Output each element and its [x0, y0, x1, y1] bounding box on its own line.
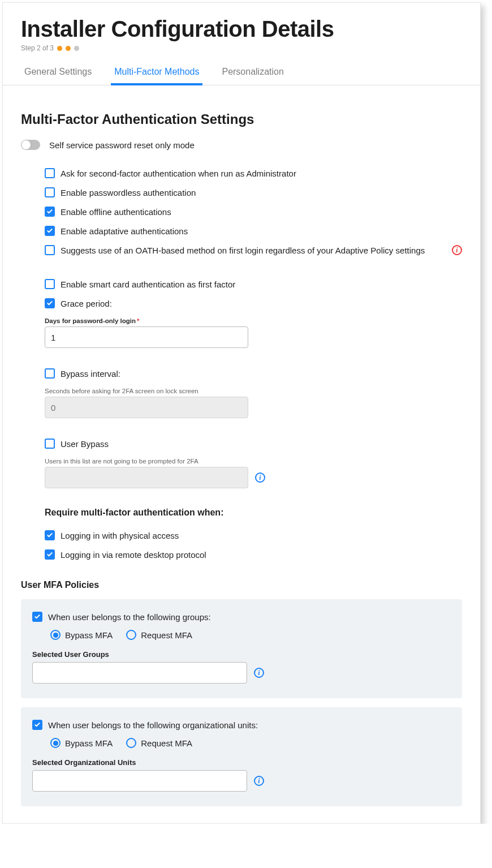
user-bypass-help: Users in this list are not going to be p…	[45, 458, 462, 465]
grace-days-input[interactable]	[45, 326, 248, 348]
checkbox-offline[interactable]	[45, 207, 55, 217]
checkmark-icon	[46, 208, 53, 215]
checkbox-oath-suggest[interactable]	[45, 245, 55, 255]
sspr-only-label: Self service password reset only mode	[49, 140, 195, 150]
label-smartcard: Enable smart card authentication as firs…	[61, 280, 235, 289]
selected-ous-input[interactable]	[32, 770, 247, 792]
tab-bar: General Settings Multi-Factor Methods Pe…	[3, 62, 480, 85]
step-text: Step 2 of 3	[21, 44, 54, 52]
page-title: Installer Configuration Details	[21, 16, 462, 42]
info-icon[interactable]: i	[254, 668, 264, 678]
selected-user-groups-label: Selected User Groups	[32, 650, 451, 659]
radio-icon	[126, 630, 136, 640]
tab-multi-factor-methods[interactable]: Multi-Factor Methods	[111, 62, 202, 85]
checkmark-icon	[46, 227, 53, 234]
label-policy-groups: When user belongs to the following group…	[48, 612, 211, 622]
step-dot-1	[57, 46, 62, 51]
toggle-knob	[21, 140, 31, 149]
radio-icon	[126, 738, 136, 748]
checkmark-icon	[46, 532, 53, 539]
label-passwordless: Enable passwordless authentication	[61, 188, 196, 197]
checkmark-icon	[46, 300, 53, 307]
label-grace-period: Grace period:	[61, 299, 112, 308]
label-adaptive: Enable adaptative authentications	[61, 226, 188, 236]
checkmark-icon	[34, 613, 41, 620]
checkbox-grace-period[interactable]	[45, 298, 55, 308]
info-icon[interactable]: i	[452, 245, 462, 255]
label-admin-2fa: Ask for second-factor authentication whe…	[61, 169, 296, 178]
info-icon[interactable]: i	[254, 776, 264, 786]
selected-user-groups-input[interactable]	[32, 662, 247, 684]
label-user-bypass: User Bypass	[61, 439, 109, 449]
label-require-physical: Logging in with physical access	[61, 531, 179, 540]
radio-label-groups-bypass: Bypass MFA	[65, 630, 113, 640]
checkbox-bypass-interval[interactable]	[45, 368, 55, 379]
step-dot-2	[66, 46, 71, 51]
checkbox-adaptive[interactable]	[45, 226, 55, 236]
mfa-section-title: Multi-Factor Authentication Settings	[21, 111, 462, 127]
checkbox-policy-groups[interactable]	[32, 612, 42, 622]
label-offline: Enable offline authentications	[61, 207, 171, 217]
radio-groups-request[interactable]: Request MFA	[126, 630, 192, 640]
step-dot-3	[74, 46, 79, 51]
checkbox-admin-2fa[interactable]	[45, 168, 55, 178]
step-indicator: Step 2 of 3	[21, 44, 462, 52]
checkmark-icon	[46, 551, 53, 558]
policy-ous-block: When user belongs to the following organ…	[21, 707, 462, 806]
user-mfa-policies-heading: User MFA Policies	[21, 580, 462, 590]
bypass-interval-input	[45, 397, 248, 418]
label-oath-suggest: Suggests use of an OATH-based method on …	[61, 246, 425, 255]
checkbox-require-physical[interactable]	[45, 530, 55, 540]
radio-icon	[50, 738, 61, 748]
label-policy-ous: When user belongs to the following organ…	[48, 720, 258, 730]
info-icon[interactable]: i	[255, 472, 265, 483]
require-mfa-heading: Require multi-factor authentication when…	[45, 508, 462, 518]
radio-ous-request[interactable]: Request MFA	[126, 738, 192, 748]
checkbox-require-rdp[interactable]	[45, 549, 55, 560]
checkmark-icon	[34, 721, 41, 728]
user-bypass-input	[45, 467, 248, 488]
radio-icon	[50, 630, 61, 640]
checkbox-user-bypass[interactable]	[45, 439, 55, 449]
checkbox-policy-ous[interactable]	[32, 720, 42, 730]
label-bypass-interval: Bypass interval:	[61, 369, 120, 379]
selected-ous-label: Selected Organizational Units	[32, 758, 451, 767]
label-require-rdp: Logging in via remote desktop protocol	[61, 550, 206, 560]
required-asterisk: *	[137, 317, 139, 324]
checkbox-smartcard[interactable]	[45, 279, 55, 289]
radio-label-groups-request: Request MFA	[141, 630, 192, 640]
policy-groups-block: When user belongs to the following group…	[21, 599, 462, 698]
radio-label-ous-request: Request MFA	[141, 738, 192, 748]
bypass-interval-help: Seconds before asking for 2FA screen on …	[45, 388, 462, 394]
radio-label-ous-bypass: Bypass MFA	[65, 738, 113, 748]
grace-days-label: Days for password-only login	[45, 317, 136, 324]
tab-personalization[interactable]: Personalization	[218, 62, 287, 85]
checkbox-passwordless[interactable]	[45, 187, 55, 197]
radio-ous-bypass[interactable]: Bypass MFA	[50, 738, 113, 748]
radio-groups-bypass[interactable]: Bypass MFA	[50, 630, 113, 640]
sspr-only-toggle[interactable]	[21, 140, 40, 150]
tab-general-settings[interactable]: General Settings	[21, 62, 95, 85]
